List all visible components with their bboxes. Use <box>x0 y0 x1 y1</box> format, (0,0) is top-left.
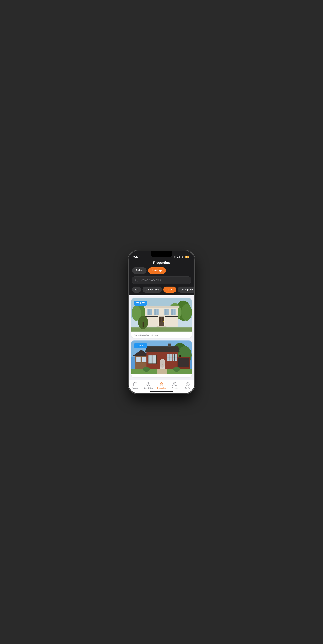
property-card-2[interactable]: TO LET Detached House 5 Mansfield Close,… <box>131 340 192 377</box>
svg-point-87 <box>173 367 180 372</box>
notch <box>151 251 172 257</box>
property-1-type: Semi-Detached House <box>134 334 189 337</box>
mute-icon <box>173 256 176 258</box>
tab-agenda[interactable]: Agenda <box>129 381 142 390</box>
property-1-info: Semi-Detached House 1 Albert Street, Che… <box>131 332 192 338</box>
svg-rect-2 <box>179 256 179 258</box>
svg-rect-79 <box>173 354 177 361</box>
svg-rect-33 <box>162 317 164 322</box>
svg-point-34 <box>163 321 164 322</box>
page-title: Properties <box>132 261 191 265</box>
svg-rect-0 <box>177 257 178 258</box>
status-time: 09:07 <box>133 255 140 258</box>
people-icon <box>172 382 177 386</box>
tab-people[interactable]: People <box>168 381 181 390</box>
svg-rect-66 <box>168 344 171 347</box>
calendar-icon <box>133 382 137 386</box>
svg-rect-37 <box>145 316 158 317</box>
status-icons <box>173 256 190 258</box>
tab-profile[interactable]: Profile <box>181 381 194 390</box>
property-image-2: TO LET <box>131 340 192 374</box>
search-bar[interactable]: Search properties <box>132 276 191 284</box>
home-indicator <box>150 391 173 392</box>
tab-sales[interactable]: Sales <box>132 267 147 274</box>
tab-agenda-label: Agenda <box>132 387 138 389</box>
svg-rect-1 <box>178 256 179 258</box>
svg-rect-41 <box>143 322 144 327</box>
tab-profile-label: Profile <box>185 387 190 389</box>
tab-properties-label: Properties <box>157 387 166 389</box>
svg-rect-26 <box>165 309 167 315</box>
filter-let-agreed[interactable]: Let Agreed <box>178 286 194 292</box>
property-2-type: Detached House <box>134 376 189 377</box>
svg-point-75 <box>162 364 163 365</box>
svg-point-95 <box>187 383 188 384</box>
filter-to-let[interactable]: To Let <box>163 286 176 292</box>
svg-point-93 <box>173 382 175 384</box>
svg-rect-23 <box>154 309 156 315</box>
svg-line-8 <box>137 281 138 281</box>
header: Properties Sales Lettings Search propert… <box>129 260 194 286</box>
search-icon <box>135 279 138 282</box>
property-card-1[interactable]: TO LET Semi-Detached House 1 Albert Stre… <box>131 298 192 338</box>
filter-row: All Market Prep To Let Let Agreed Let <box>129 286 194 295</box>
svg-rect-56 <box>142 357 147 362</box>
property-2-info: Detached House 5 Mansfield Close, Swadli… <box>131 374 192 377</box>
tab-now-next[interactable]: Now & Next <box>142 381 155 390</box>
svg-rect-85 <box>157 369 167 374</box>
property-image-1: TO LET <box>131 298 192 332</box>
svg-marker-65 <box>145 346 180 352</box>
svg-point-4 <box>182 258 183 258</box>
property-2-badge: TO LET <box>134 343 147 348</box>
battery-icon <box>185 256 190 258</box>
signal-icon <box>177 256 180 258</box>
svg-rect-38 <box>165 316 178 317</box>
svg-rect-18 <box>144 306 179 308</box>
property-type-tabs: Sales Lettings <box>132 267 191 274</box>
property-list: TO LET Semi-Detached House 1 Albert Stre… <box>129 295 194 380</box>
svg-rect-88 <box>134 383 137 386</box>
clock-icon <box>146 382 151 386</box>
screen: 09:07 <box>129 251 194 393</box>
search-placeholder: Search properties <box>140 279 161 282</box>
tab-now-next-label: Now & Next <box>143 387 153 389</box>
property-1-address: 1 Albert Street, Cheltenham, GL50 4HS <box>134 338 189 338</box>
svg-rect-55 <box>136 357 141 362</box>
svg-rect-70 <box>152 356 156 364</box>
wifi-icon <box>181 256 184 258</box>
person-circle-icon <box>186 382 190 386</box>
svg-rect-21 <box>150 309 152 315</box>
tab-lettings[interactable]: Lettings <box>148 267 166 274</box>
tab-people-label: People <box>172 387 177 389</box>
svg-rect-29 <box>171 309 173 315</box>
tab-properties[interactable]: Properties <box>155 381 168 390</box>
svg-rect-3 <box>180 256 180 258</box>
svg-rect-74 <box>160 359 165 368</box>
filter-all[interactable]: All <box>132 286 141 292</box>
svg-rect-24 <box>157 309 158 315</box>
svg-rect-83 <box>178 358 189 367</box>
svg-rect-32 <box>159 317 161 322</box>
phone-frame: 09:07 <box>129 251 194 393</box>
filter-market-prep[interactable]: Market Prep <box>142 286 162 292</box>
home-icon <box>159 382 164 386</box>
svg-rect-20 <box>148 309 150 315</box>
property-1-badge: TO LET <box>134 301 147 306</box>
svg-point-86 <box>143 367 150 372</box>
svg-point-14 <box>181 304 192 320</box>
svg-rect-27 <box>167 309 169 315</box>
svg-rect-30 <box>174 309 175 315</box>
